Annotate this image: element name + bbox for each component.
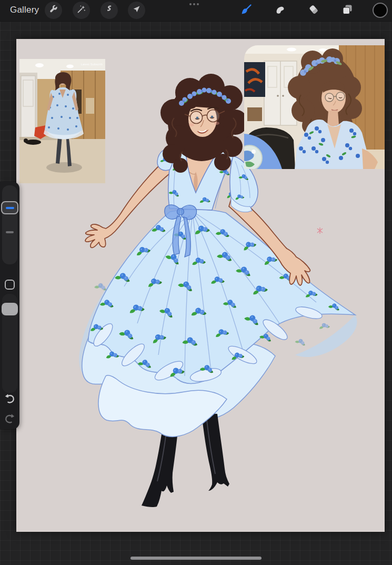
actions-button[interactable] xyxy=(45,2,62,19)
top-toolbar: Gallery xyxy=(0,0,392,22)
adjustments-button[interactable] xyxy=(73,2,90,19)
brush-size-indicator xyxy=(6,207,14,209)
brush-size-slider[interactable] xyxy=(2,185,17,264)
undo-button[interactable] xyxy=(3,392,16,405)
arrow-cursor-icon xyxy=(132,4,142,16)
eraser-icon xyxy=(307,3,320,18)
drawing-canvas[interactable]: Latest Subscrib xyxy=(16,39,385,532)
brush-sidebar xyxy=(0,182,19,429)
stream-overlay-text: Latest Subscrib xyxy=(81,63,103,66)
s-curve-icon xyxy=(104,4,114,16)
reference-photo-standing: Latest Subscrib xyxy=(19,59,105,183)
transform-button[interactable] xyxy=(128,2,145,19)
redo-icon xyxy=(3,418,16,427)
wrench-icon xyxy=(48,4,58,16)
redo-button[interactable] xyxy=(3,412,16,425)
erase-tool-button[interactable] xyxy=(305,2,322,19)
magic-wand-icon xyxy=(76,4,86,16)
brush-icon xyxy=(240,3,253,18)
paint-tool-button[interactable] xyxy=(238,2,255,19)
reference-photo-portrait xyxy=(244,45,385,169)
color-swatch-button[interactable] xyxy=(373,3,388,18)
smudge-icon xyxy=(274,3,286,18)
brush-size-thumb[interactable] xyxy=(1,201,18,214)
layers-icon xyxy=(341,3,354,18)
slider-tick xyxy=(6,231,14,233)
selection-button[interactable] xyxy=(100,2,118,19)
undo-icon xyxy=(3,398,16,407)
modify-button[interactable] xyxy=(5,280,15,290)
canvas-options-dots[interactable] xyxy=(189,3,204,5)
gallery-button[interactable]: Gallery xyxy=(10,5,39,15)
brush-opacity-thumb[interactable] xyxy=(2,303,18,315)
layers-button[interactable] xyxy=(339,2,356,19)
home-indicator[interactable] xyxy=(130,557,262,560)
pink-scribble-mark xyxy=(317,227,323,234)
smudge-tool-button[interactable] xyxy=(272,2,288,19)
